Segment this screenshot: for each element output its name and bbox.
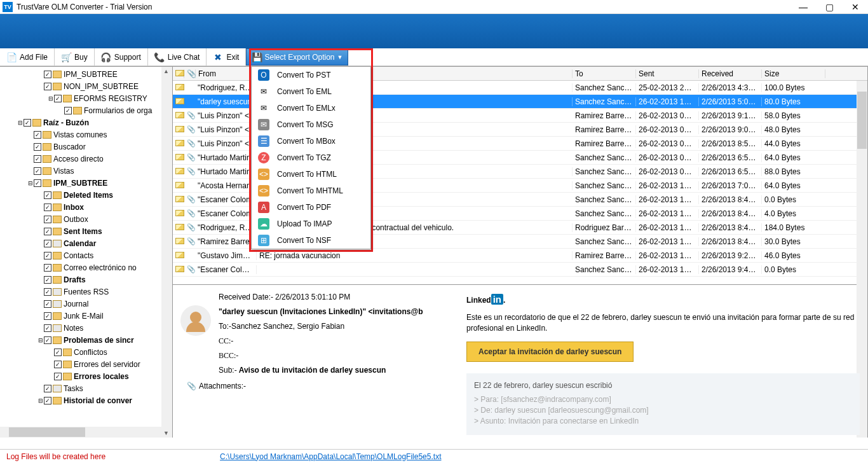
table-row[interactable]: 📎"Escaner Colomb...Sanchez Sanche...26-0… [173, 263, 867, 277]
export-menu-item[interactable]: ✉Convert To EML [252, 83, 370, 100]
buy-button[interactable]: 🛒 Buy [55, 48, 95, 66]
tree-item[interactable]: Formularios de orga [0, 104, 172, 116]
checkbox[interactable] [64, 107, 72, 114]
checkbox[interactable] [44, 191, 51, 199]
add-file-button[interactable]: 📄 Add File [0, 48, 55, 66]
checkbox[interactable] [34, 179, 41, 187]
export-option-button[interactable]: 💾 Select Export Option ▼ [246, 48, 348, 66]
tree-item[interactable]: Errores del servidor [0, 358, 172, 370]
export-menu-item[interactable]: ZConvert To TGZ [252, 149, 370, 166]
tree-item[interactable]: IPM_SUBTREE [0, 68, 172, 80]
tree-item[interactable]: Journal [0, 298, 172, 310]
tree-item[interactable]: Junk E-Mail [0, 310, 172, 322]
tree-item[interactable]: Outbox [0, 213, 172, 225]
checkbox[interactable] [54, 361, 62, 368]
col-received[interactable]: Received [699, 69, 762, 78]
checkbox[interactable] [44, 228, 51, 235]
col-to[interactable]: To [573, 69, 636, 78]
folder-icon [43, 179, 51, 187]
tree-item[interactable]: Conflictos [0, 346, 172, 358]
col-size[interactable]: Size [762, 69, 825, 78]
tree-item[interactable]: Vistas [0, 165, 172, 177]
checkbox[interactable] [34, 143, 41, 151]
checkbox[interactable] [34, 155, 41, 163]
checkbox[interactable] [44, 71, 51, 78]
checkbox[interactable] [34, 167, 41, 175]
checkbox[interactable] [44, 204, 51, 211]
export-menu-item[interactable]: ✉Convert To EMLx [252, 100, 370, 116]
checkbox[interactable] [54, 373, 62, 380]
table-row[interactable]: "Gustavo Jimene...RE: jornada vacunacion… [173, 249, 867, 263]
minimize-button[interactable]: — [799, 2, 808, 12]
tree-item[interactable]: Calendar [0, 237, 172, 249]
exit-button[interactable]: ✖ Exit [207, 48, 246, 66]
col-attachment[interactable]: 📎 [184, 69, 196, 78]
accept-invitation-button[interactable]: Aceptar la invitación de darley suescun [466, 342, 634, 362]
col-sent[interactable]: Sent [636, 69, 699, 78]
checkbox[interactable] [44, 276, 51, 284]
log-file-link[interactable]: C:\Users\Lyod Marknam\AppData\Local\Temp… [220, 452, 441, 461]
folder-tree[interactable]: IPM_SUBTREENON_IPM_SUBTREE⊟EFORMS REGIST… [0, 67, 172, 427]
checkbox[interactable] [24, 119, 31, 127]
checkbox[interactable] [44, 252, 51, 259]
tree-horizontal-scrollbar[interactable] [0, 427, 161, 438]
close-button[interactable]: ✕ [851, 2, 859, 12]
export-menu-item[interactable]: ☁Upload To IMAP [252, 216, 370, 232]
tree-item[interactable]: Contacts [0, 249, 172, 261]
tree-item[interactable]: Inbox [0, 201, 172, 213]
tree-item[interactable]: Buscador [0, 141, 172, 153]
tree-item[interactable]: ⊟Historial de conver [0, 394, 172, 406]
col-icon[interactable] [173, 69, 184, 78]
export-menu-item[interactable]: <>Convert To HTML [252, 166, 370, 183]
export-menu-item[interactable]: <>Convert To MHTML [252, 183, 370, 199]
expand-icon[interactable]: ⊟ [17, 120, 24, 126]
tree-item[interactable]: ⊟IPM_SUBTREE [0, 177, 172, 189]
export-menu-item[interactable]: OConvert To PST [252, 67, 370, 83]
checkbox[interactable] [44, 397, 51, 404]
checkbox[interactable] [44, 300, 51, 308]
checkbox[interactable] [44, 83, 51, 90]
tree-item[interactable]: Fuentes RSS [0, 286, 172, 298]
checkbox[interactable] [44, 216, 51, 223]
expand-icon[interactable]: ⊟ [37, 337, 44, 343]
expand-icon[interactable]: ⊟ [37, 397, 44, 404]
tree-item[interactable]: Drafts [0, 273, 172, 286]
checkbox[interactable] [44, 385, 51, 392]
checkbox[interactable] [44, 264, 51, 272]
maximize-button[interactable]: ▢ [825, 2, 834, 12]
checkbox[interactable] [44, 288, 51, 296]
tree-item[interactable]: ⊟EFORMS REGISTRY [0, 92, 172, 104]
checkbox[interactable] [44, 240, 51, 247]
checkbox[interactable] [34, 131, 41, 139]
scrollbar-thumb[interactable] [857, 92, 867, 149]
tree-item[interactable]: Errores locales [0, 370, 172, 382]
export-menu-item[interactable]: ⊞Convert To NSF [252, 232, 370, 249]
tree-item[interactable]: Sent Items [0, 225, 172, 237]
checkbox[interactable] [54, 95, 62, 102]
tree-item[interactable]: Tasks [0, 382, 172, 394]
tree-item[interactable]: NON_IPM_SUBTREE [0, 80, 172, 92]
tree-item[interactable]: ⊟Raíz - Buzón [0, 116, 172, 128]
tree-item[interactable]: Vistas comunes [0, 128, 172, 141]
live-chat-button[interactable]: 📞 Live Chat [148, 48, 207, 66]
tree-item[interactable]: ⊟Problemas de sincr [0, 334, 172, 346]
tree-item-label: Buscador [53, 142, 86, 151]
scrollbar-thumb[interactable] [9, 427, 85, 437]
checkbox[interactable] [44, 324, 51, 332]
expand-icon[interactable]: ⊟ [27, 180, 34, 186]
tree-item[interactable]: Notes [0, 322, 172, 334]
export-menu[interactable]: OConvert To PST✉Convert To EML✉Convert T… [251, 66, 371, 249]
expand-icon[interactable]: ⊟ [47, 95, 54, 102]
tree-vertical-scrollbar[interactable] [161, 67, 172, 438]
tree-item[interactable]: Deleted Items [0, 189, 172, 201]
checkbox[interactable] [54, 349, 62, 356]
export-menu-item[interactable]: ✉Convert To MSG [252, 116, 370, 133]
checkbox[interactable] [44, 312, 51, 320]
tree-item[interactable]: Correo electrónico no [0, 261, 172, 273]
export-menu-item[interactable]: AConvert To PDF [252, 199, 370, 216]
export-menu-item[interactable]: ☰Convert To MBox [252, 133, 370, 149]
received-cell: 2/26/2013 5:01:... [699, 97, 762, 106]
checkbox[interactable] [44, 336, 51, 344]
tree-item[interactable]: Acceso directo [0, 153, 172, 165]
support-button[interactable]: 🎧 Support [95, 48, 148, 66]
